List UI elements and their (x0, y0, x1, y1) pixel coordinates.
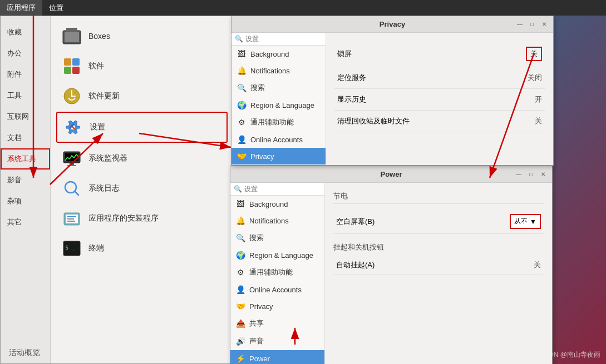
power-nav-accessibility[interactable]: ⚙ 通用辅助功能 (230, 263, 324, 281)
power-window: Power — □ ✕ 🔍 🖼 Background 🔔 Notific (230, 166, 553, 364)
history-value: 开 (535, 94, 542, 104)
power-privacy-icon: 🤝 (236, 302, 245, 311)
power-nav-background[interactable]: 🖼 Background (230, 196, 324, 212)
power-maximize-btn[interactable]: □ (526, 170, 535, 179)
privacy-maximize-btn[interactable]: □ (528, 20, 536, 29)
privacy-search-input[interactable] (245, 35, 322, 43)
svg-line-16 (75, 191, 78, 195)
power-row-screen: 空白屏幕(B) 从不 ▼ (333, 210, 544, 234)
power-nav-sharing[interactable]: 📤 共享 (230, 315, 324, 332)
svg-rect-19 (67, 216, 76, 217)
power-nav-search-label: 搜索 (249, 233, 264, 243)
power-nav-notifications[interactable]: 🔔 Notifications (230, 212, 324, 229)
installer-label: 应用程序的安装程序 (88, 213, 159, 223)
power-nav-power[interactable]: ⚡ Power (230, 350, 324, 364)
svg-rect-5 (64, 67, 71, 74)
sidebar-office[interactable]: 办公 (1, 43, 50, 64)
privacy-window: Privacy — □ ✕ 🔍 🖼 Background 🔔 Notif (231, 16, 554, 166)
privacy-nav-background[interactable]: 🖼 Background (231, 46, 326, 62)
system-log-icon (61, 177, 83, 200)
privacy-close-btn[interactable]: ✕ (540, 20, 549, 29)
software-icon (61, 55, 83, 77)
sidebar-docs[interactable]: 文档 (1, 127, 50, 148)
svg-text:$ _: $ _ (65, 245, 76, 251)
power-nav-background-label: Background (249, 200, 288, 208)
sidebar-accessories[interactable]: 附件 (1, 64, 50, 85)
power-accounts-icon: 👤 (236, 285, 245, 294)
system-log-label: 系统日志 (88, 183, 120, 193)
power-nav-accounts[interactable]: 👤 Online Accounts (230, 281, 324, 298)
power-nav-power-label: Power (249, 355, 270, 363)
power-nav-search[interactable]: 🔍 搜索 (230, 229, 324, 247)
privacy-nav-privacy-label: Privacy (250, 152, 274, 161)
power-nav-accessibility-label: 通用辅助功能 (249, 267, 293, 277)
history-label: 显示历史 (337, 94, 366, 104)
sidebar-misc[interactable]: 杂项 (1, 191, 50, 212)
privacy-nav-region[interactable]: 🌍 Region & Language (231, 97, 326, 113)
privacy-nav-search-label: 搜索 (250, 83, 265, 93)
sidebar-systemtools[interactable]: 系统工具 (1, 148, 50, 169)
privacy-nav-privacy[interactable]: 🤝 Privacy (231, 148, 326, 164)
power-close-btn[interactable]: ✕ (539, 170, 548, 179)
accounts-icon: 👤 (237, 135, 246, 144)
power-section-title: 节电 (333, 191, 544, 204)
terminal-icon: $ _ (61, 237, 83, 260)
privacy-window-body: 🔍 🖼 Background 🔔 Notifications 🔍 搜索 🌍 (231, 33, 553, 165)
auto-suspend-value: 关 (534, 260, 541, 270)
privacy-window-title: Privacy (269, 20, 515, 28)
privacy-nav-accessibility-label: 通用辅助功能 (250, 117, 294, 127)
privacy-nav-accounts[interactable]: 👤 Online Accounts (231, 131, 326, 148)
sidebar-internet[interactable]: 互联网 (1, 106, 50, 127)
software-update-icon (61, 85, 83, 107)
svg-rect-20 (67, 218, 74, 220)
app-menu: 收藏 办公 附件 工具 互联网 文档 系统工具 影音 杂项 其它 (0, 16, 234, 364)
app-settings[interactable]: 设置 (56, 112, 228, 143)
privacy-nav-notifications[interactable]: 🔔 Notifications (231, 62, 326, 79)
auto-suspend-label: 自动挂起(A) (336, 260, 375, 270)
power-power-icon: ⚡ (236, 354, 245, 363)
app-installer[interactable]: 应用程序的安装程序 (56, 204, 228, 233)
privacy-nav-accessibility[interactable]: ⚙ 通用辅助功能 (231, 113, 326, 131)
sidebar-tools[interactable]: 工具 (1, 85, 50, 106)
power-window-body: 🔍 🖼 Background 🔔 Notifications 🔍 搜索 🌍 (230, 183, 552, 364)
screen-blank-value: 从不 (514, 217, 528, 226)
power-nav-privacy[interactable]: 🤝 Privacy (230, 298, 324, 315)
region-icon: 🌍 (237, 101, 246, 109)
power-window-controls: — □ ✕ (514, 170, 548, 179)
power-search-input[interactable] (244, 185, 321, 193)
app-boxes[interactable]: Boxes (56, 22, 228, 51)
topbar-places[interactable]: 位置 (42, 0, 70, 16)
lockscreen-label: 锁屏 (337, 49, 352, 59)
power-nav-region[interactable]: 🌍 Region & Language (230, 247, 324, 263)
power-accessibility-icon: ⚙ (236, 268, 245, 277)
power-settings-sidebar: 🔍 🖼 Background 🔔 Notifications 🔍 搜索 🌍 (230, 183, 325, 364)
privacy-nav-background-label: Background (250, 50, 289, 58)
privacy-row-history: 显示历史 开 (334, 89, 545, 111)
sidebar-other[interactable]: 其它 (1, 212, 50, 233)
screen-blank-label: 空白屏幕(B) (336, 217, 375, 227)
app-terminal[interactable]: $ _ 终端 (56, 234, 228, 263)
sidebar-media[interactable]: 影音 (1, 169, 50, 191)
app-system-monitor[interactable]: 系统监视器 (56, 144, 228, 173)
screen-blank-dropdown[interactable]: 从不 ▼ (510, 214, 541, 229)
power-search-icon: 🔍 (234, 185, 242, 193)
trash-label: 清理回收站及临时文件 (337, 116, 410, 126)
privacy-search-bar[interactable]: 🔍 (231, 33, 326, 46)
privacy-content: 锁屏 关 定位服务 关闭 显示历史 开 清理回收站及临时文件 关 (326, 33, 553, 165)
privacy-minimize-btn[interactable]: — (515, 20, 524, 29)
power-search-bar[interactable]: 🔍 (230, 183, 324, 196)
app-software-update[interactable]: 软件更新 (56, 82, 228, 111)
boxes-label: Boxes (88, 32, 110, 41)
app-software[interactable]: 软件 (56, 52, 228, 81)
power-nav-region-label: Region & Language (249, 251, 313, 260)
sidebar-favorites[interactable]: 收藏 (1, 22, 50, 43)
app-system-log[interactable]: 系统日志 (56, 174, 228, 203)
privacy-nav-search[interactable]: 🔍 搜索 (231, 79, 326, 97)
topbar-apps[interactable]: 应用程序 (0, 0, 42, 16)
privacy-row-trash: 清理回收站及临时文件 关 (334, 111, 545, 132)
privacy-row-lockscreen: 锁屏 关 (334, 41, 545, 67)
suspend-section-title: 挂起和关机按钮 (333, 242, 544, 252)
svg-rect-6 (72, 67, 80, 74)
power-minimize-btn[interactable]: — (514, 170, 523, 179)
power-nav-sound[interactable]: 🔊 声音 (230, 332, 324, 350)
